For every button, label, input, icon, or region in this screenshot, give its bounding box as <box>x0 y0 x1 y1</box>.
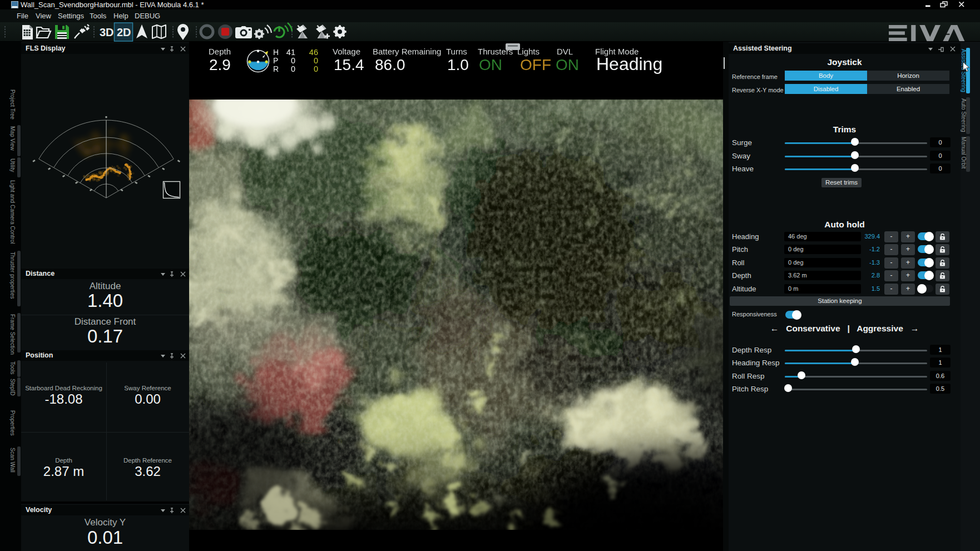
svg-text:3D: 3D <box>100 26 114 38</box>
svg-text:2D: 2D <box>117 26 131 38</box>
